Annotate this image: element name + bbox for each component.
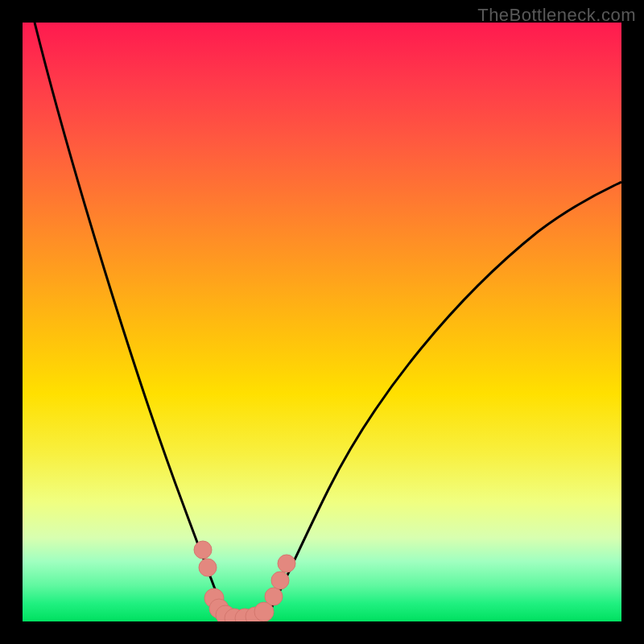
chart-frame: TheBottleneck.com — [0, 0, 644, 644]
watermark-text: TheBottleneck.com — [477, 5, 636, 26]
gradient-plot-area — [23, 23, 621, 621]
